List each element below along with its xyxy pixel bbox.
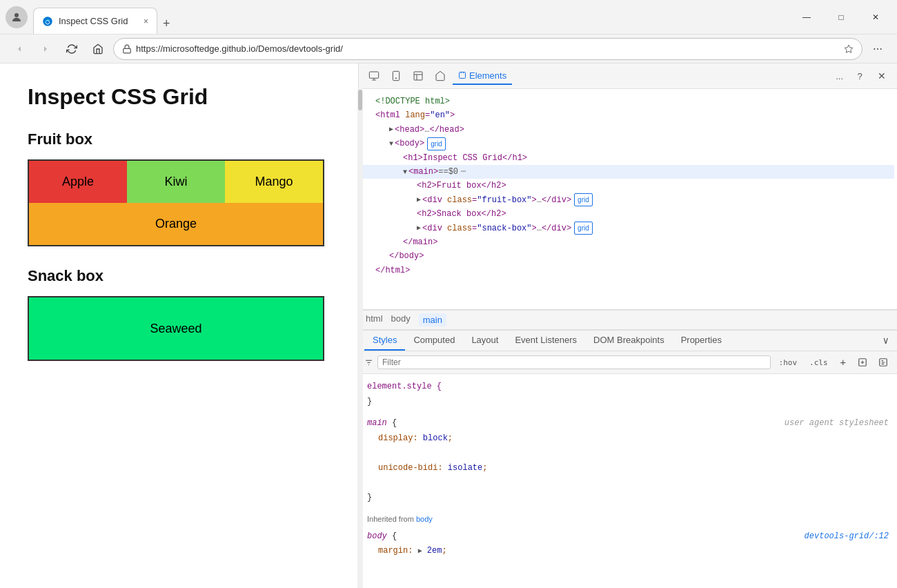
main-close-line[interactable]: </main> bbox=[362, 235, 894, 249]
home-button[interactable] bbox=[87, 38, 109, 60]
head-expand-arrow[interactable]: ▶ bbox=[389, 124, 393, 135]
cls-filter-btn[interactable]: .cls bbox=[805, 357, 832, 369]
inherited-body-link[interactable]: body bbox=[416, 515, 433, 523]
snack-expand-arrow[interactable]: ▶ bbox=[417, 222, 421, 234]
star-icon[interactable] bbox=[844, 44, 854, 54]
more-panels-btn[interactable]: ... bbox=[831, 66, 847, 86]
url-text: https://microsoftedge.github.io/Demos/de… bbox=[136, 43, 840, 54]
devtools-html-panel: <!DOCTYPE html> <html lang="en"> ▶ <head… bbox=[359, 89, 897, 310]
devtools-toolbar-right: ... ? ✕ bbox=[831, 66, 891, 86]
html-close-line[interactable]: </html> bbox=[362, 264, 894, 277]
h2-fruit-tag: <h2>Fruit box</h2> bbox=[417, 179, 506, 193]
html-close-tag: </html> bbox=[375, 264, 410, 277]
styles-more-btn[interactable]: ∨ bbox=[880, 331, 891, 351]
main-line[interactable]: ▼ <main> == $0 ⋯ bbox=[362, 165, 894, 179]
computed-style-btn[interactable] bbox=[875, 354, 891, 371]
h2-snack-line[interactable]: <h2>Snack box</h2> bbox=[362, 207, 894, 221]
html-open-line[interactable]: <html lang="en"> bbox=[362, 108, 894, 122]
close-button[interactable]: ✕ bbox=[860, 6, 891, 28]
hov-filter-btn[interactable]: :hov bbox=[775, 357, 802, 369]
inspect-element-btn[interactable] bbox=[364, 66, 384, 86]
main-close-tag: </main> bbox=[403, 235, 437, 249]
svg-rect-7 bbox=[393, 71, 399, 80]
devtools-toolbar: Elements ... ? ✕ bbox=[359, 63, 897, 89]
elements-icon bbox=[458, 71, 466, 79]
new-tab-button[interactable]: + bbox=[157, 14, 176, 34]
styles-filter-bar: :hov .cls + bbox=[359, 351, 897, 374]
h2-fruit-line[interactable]: <h2>Fruit box</h2> bbox=[362, 179, 894, 193]
minimize-button[interactable]: — bbox=[791, 6, 822, 28]
tab-styles[interactable]: Styles bbox=[364, 331, 405, 351]
body-line[interactable]: ▼ <body> grid bbox=[362, 137, 894, 150]
devtools-panel: Elements ... ? ✕ <!DOCTYPE html> <html l… bbox=[359, 63, 897, 588]
back-button[interactable] bbox=[8, 38, 30, 60]
fruit-grid-badge[interactable]: grid bbox=[574, 193, 593, 206]
body-close-tag: </body> bbox=[389, 249, 424, 263]
active-tab[interactable]: Inspect CSS Grid × bbox=[33, 8, 157, 34]
styles-tab-bar: Styles Computed Layout Event Listeners D… bbox=[359, 331, 897, 351]
main-close-brace: } bbox=[367, 493, 372, 502]
h2-snack-tag: <h2>Snack box</h2> bbox=[417, 207, 506, 221]
home-devtools-btn[interactable] bbox=[431, 66, 450, 86]
html-doctype-line: <!DOCTYPE html> bbox=[362, 95, 894, 108]
devtools-grid-link[interactable]: devtools-grid/:12 bbox=[805, 529, 889, 545]
filter-icon bbox=[364, 358, 373, 367]
forward-button[interactable] bbox=[34, 38, 57, 60]
body-expand-arrow[interactable]: ▼ bbox=[389, 138, 393, 150]
element-style-selector: element.style { bbox=[367, 382, 442, 391]
tab-computed[interactable]: Computed bbox=[405, 331, 463, 351]
head-line[interactable]: ▶ <head>…</head> bbox=[362, 123, 894, 137]
left-scrollbar[interactable] bbox=[357, 88, 363, 588]
device-toolbar-btn[interactable] bbox=[386, 66, 406, 86]
doctype-text: <!DOCTYPE html> bbox=[375, 95, 450, 108]
tab-properties[interactable]: Properties bbox=[673, 331, 730, 351]
body-rule: body { devtools-grid/:12 margin: ▶ 2em; bbox=[367, 529, 889, 559]
main-tag: <main> bbox=[408, 165, 438, 179]
div-fruit-line[interactable]: ▶ <div class="fruit-box"> … </div> grid bbox=[362, 193, 894, 207]
edge-favicon bbox=[42, 16, 53, 27]
profile-icon[interactable] bbox=[6, 6, 28, 28]
left-scroll-thumb bbox=[358, 90, 362, 110]
window-controls: — □ ✕ bbox=[791, 6, 891, 28]
add-style-btn[interactable]: + bbox=[836, 355, 850, 369]
new-rule-btn[interactable] bbox=[854, 354, 871, 371]
snack-grid: Seaweed bbox=[28, 296, 324, 361]
tab-close-btn[interactable]: × bbox=[144, 17, 148, 26]
tab-dom-breakpoints[interactable]: DOM Breakpoints bbox=[585, 331, 673, 351]
breadcrumb-html[interactable]: html bbox=[366, 313, 383, 326]
tab-elements[interactable]: Elements bbox=[453, 68, 512, 85]
page-title: Inspect CSS Grid bbox=[28, 84, 331, 110]
help-btn[interactable]: ? bbox=[850, 66, 869, 86]
devtools-styles-panel: Styles Computed Layout Event Listeners D… bbox=[359, 330, 897, 571]
tab-event-listeners[interactable]: Event Listeners bbox=[506, 331, 585, 351]
styles-filter-input[interactable] bbox=[377, 355, 771, 369]
body-grid-badge[interactable]: grid bbox=[427, 137, 446, 150]
devtools-panel-btn[interactable] bbox=[408, 66, 428, 86]
breadcrumb-main[interactable]: main bbox=[419, 313, 446, 326]
breadcrumb-body[interactable]: body bbox=[391, 313, 411, 326]
more-button[interactable] bbox=[867, 38, 889, 60]
tab-layout[interactable]: Layout bbox=[463, 331, 506, 351]
svg-rect-9 bbox=[414, 72, 422, 80]
div-snack-line[interactable]: ▶ <div class="snack-box"> … </div> grid bbox=[362, 222, 894, 235]
title-bar: Inspect CSS Grid × + — □ ✕ bbox=[0, 0, 897, 35]
styles-content: element.style { } main { user agent styl… bbox=[359, 374, 897, 571]
body-close-line[interactable]: </body> bbox=[362, 249, 894, 263]
snack-grid-badge[interactable]: grid bbox=[574, 222, 593, 235]
head-tag: <head> bbox=[395, 123, 424, 137]
refresh-button[interactable] bbox=[61, 38, 83, 60]
fruit-expand-arrow[interactable]: ▶ bbox=[417, 194, 421, 206]
close-devtools-btn[interactable]: ✕ bbox=[872, 66, 891, 86]
tab-bar: Inspect CSS Grid × + bbox=[33, 0, 785, 34]
webpage-content: Inspect CSS Grid Fruit box Apple Kiwi Ma… bbox=[0, 63, 359, 588]
h1-line[interactable]: <h1>Inspect CSS Grid</h1> bbox=[362, 151, 894, 165]
apple-item: Apple bbox=[29, 161, 127, 203]
body-open-brace: { bbox=[392, 531, 397, 541]
main-menu-dots[interactable]: ⋯ bbox=[461, 165, 466, 179]
snack-div-tag: <div class="snack-box"> bbox=[422, 222, 537, 235]
address-bar[interactable]: https://microsoftedge.github.io/Demos/de… bbox=[113, 38, 862, 60]
maximize-button[interactable]: □ bbox=[825, 6, 857, 28]
svg-rect-6 bbox=[369, 72, 378, 78]
main-expand-arrow[interactable]: ▼ bbox=[403, 166, 407, 178]
fruit-grid: Apple Kiwi Mango Orange bbox=[28, 159, 324, 246]
